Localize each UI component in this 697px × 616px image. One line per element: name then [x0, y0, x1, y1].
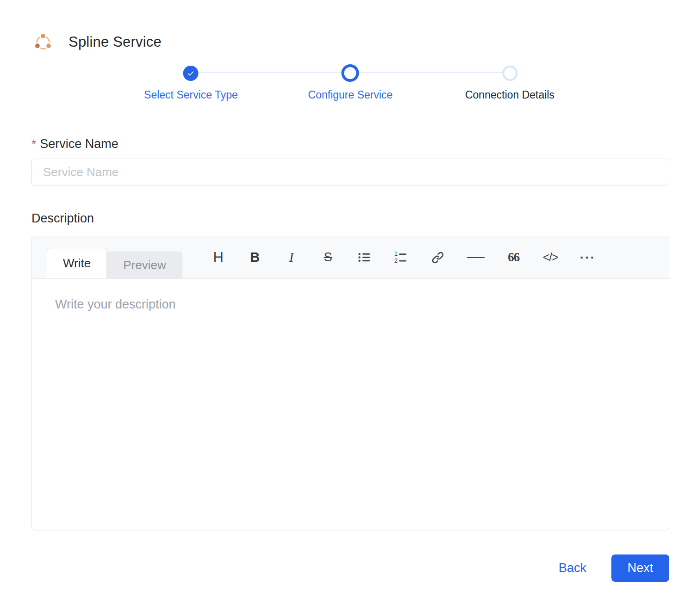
- configure-service-page: Spline Service Select Service Type Confi…: [0, 0, 697, 616]
- step-label-select-service-type: Select Service Type: [144, 89, 238, 101]
- bullet-list-icon[interactable]: [357, 247, 372, 268]
- strikethrough-icon[interactable]: S: [321, 247, 336, 268]
- link-icon[interactable]: [430, 247, 445, 268]
- description-label: Description: [31, 211, 669, 226]
- description-textarea[interactable]: [32, 279, 669, 530]
- tab-write[interactable]: Write: [47, 248, 107, 278]
- step-completed-check-icon: [183, 66, 199, 81]
- step-upcoming-circle-icon: [502, 66, 517, 81]
- step-circle-wrap: [183, 64, 199, 82]
- editor-header: Write Preview H B I S 1: [32, 236, 669, 279]
- bold-icon[interactable]: B: [248, 247, 262, 268]
- code-icon[interactable]: </>: [543, 247, 558, 268]
- step-select-service-type[interactable]: Select Service Type: [144, 64, 238, 101]
- step-active-circle-icon: [342, 64, 359, 82]
- quote-icon[interactable]: 66: [506, 247, 521, 268]
- step-circle-wrap: [502, 64, 517, 82]
- numbered-list-icon[interactable]: 1 2: [394, 247, 409, 268]
- form-actions: Back Next: [31, 554, 669, 582]
- heading-icon[interactable]: H: [211, 247, 226, 268]
- svg-text:2: 2: [394, 258, 398, 264]
- next-button[interactable]: Next: [611, 554, 669, 582]
- spline-service-logo-icon: [31, 31, 55, 54]
- required-asterisk: *: [31, 137, 36, 151]
- step-label-connection-details: Connection Details: [465, 89, 554, 101]
- page-title: Spline Service: [68, 34, 162, 50]
- step-label-configure-service: Configure Service: [308, 89, 393, 101]
- service-name-input[interactable]: [31, 159, 669, 185]
- service-name-label: * Service Name: [31, 137, 669, 151]
- step-connection-details[interactable]: Connection Details: [465, 64, 554, 101]
- svg-text:1: 1: [394, 251, 398, 257]
- service-name-label-text: Service Name: [40, 137, 118, 151]
- editor-tabs: Write Preview: [47, 248, 182, 278]
- back-button[interactable]: Back: [557, 556, 588, 580]
- step-configure-service[interactable]: Configure Service: [308, 64, 393, 101]
- horizontal-rule-icon[interactable]: [467, 247, 485, 268]
- description-editor: Write Preview H B I S 1: [31, 236, 669, 530]
- tab-preview[interactable]: Preview: [107, 252, 182, 278]
- more-icon[interactable]: ···: [580, 247, 596, 268]
- editor-toolbar: H B I S 1 2: [211, 247, 596, 268]
- stepper: Select Service Type Configure Service Co…: [31, 64, 669, 112]
- italic-icon[interactable]: I: [284, 247, 299, 268]
- app-header: Spline Service: [31, 0, 669, 54]
- step-circle-wrap: [342, 64, 359, 82]
